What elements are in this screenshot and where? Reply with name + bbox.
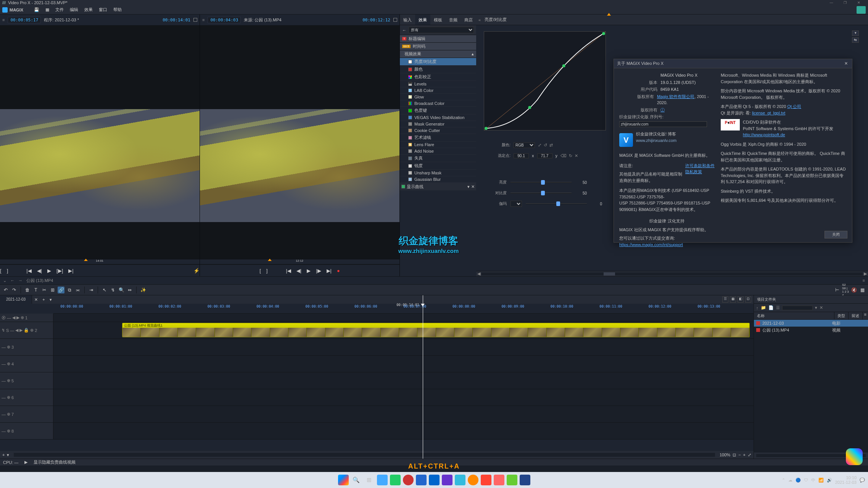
chain-icon[interactable]: ⧉ bbox=[66, 287, 73, 293]
menu-window[interactable]: 窗口 bbox=[99, 7, 107, 13]
grid-icon[interactable]: ▦ bbox=[45, 7, 49, 12]
curve-editor[interactable] bbox=[484, 31, 606, 130]
terms-link[interactable]: 许可条款和条件 bbox=[685, 163, 715, 168]
goto-end-icon[interactable]: ▶| bbox=[327, 268, 332, 274]
serial-input[interactable] bbox=[619, 121, 707, 127]
fx-item-noise[interactable]: Add Noise bbox=[400, 148, 476, 155]
start-icon[interactable] bbox=[338, 475, 349, 485]
cut-icon[interactable]: ✂ bbox=[41, 287, 48, 293]
point-link[interactable]: http://www.pointsoft.de bbox=[743, 132, 785, 137]
goto-start-icon[interactable]: |◀ bbox=[26, 268, 31, 274]
program-ruler[interactable]: 14:01 bbox=[0, 259, 200, 264]
loop-icon[interactable]: ⚡ bbox=[193, 268, 200, 274]
back-icon[interactable]: ← bbox=[402, 28, 406, 32]
support-link[interactable]: https://www.magix.com/int/support bbox=[619, 242, 683, 247]
magix-link[interactable]: Magix 软件有限公司 bbox=[657, 94, 694, 99]
play-icon[interactable]: ▶ bbox=[307, 268, 311, 274]
header-timecode[interactable]: 00:5时间码 bbox=[400, 43, 476, 50]
tray-notifications-icon[interactable]: 💬 bbox=[860, 478, 865, 483]
play-range-icon[interactable]: [▶] bbox=[56, 268, 63, 274]
fx-item-art[interactable]: 艺术滤镜 bbox=[400, 134, 476, 142]
track-header-7[interactable]: —⊕7 bbox=[0, 406, 53, 422]
curve-swap-icon[interactable]: ⇄ bbox=[549, 143, 553, 148]
step-fwd-icon[interactable]: |▶ bbox=[316, 268, 321, 274]
app-icon-5[interactable] bbox=[429, 475, 440, 485]
tray-icon-3[interactable]: 🛡 bbox=[804, 478, 808, 482]
in-marker-icon[interactable] bbox=[268, 259, 272, 261]
view-detail-icon[interactable]: ◧ bbox=[738, 296, 744, 303]
snap-icon[interactable]: ⊢ bbox=[834, 287, 841, 293]
track-header-1[interactable]: ⦿—◀▶⊕1 bbox=[0, 314, 53, 322]
crumb-expand-icon[interactable]: ⌄ bbox=[3, 278, 6, 283]
step-back-icon[interactable]: ◀| bbox=[37, 268, 42, 274]
collapse-icon[interactable]: « bbox=[478, 18, 481, 22]
media-new-icon[interactable]: 📄 bbox=[768, 305, 774, 310]
tray-expand-icon[interactable]: ⌃ bbox=[782, 478, 785, 483]
curve-preset-icon[interactable]: ▾ bbox=[852, 31, 859, 36]
track-header-2[interactable]: ↯S—◀▶🔒⊕2 bbox=[0, 322, 53, 338]
col-name[interactable]: 名称 bbox=[754, 312, 834, 319]
qt-license-link[interactable]: license_qt_lgpl.txt bbox=[752, 111, 785, 115]
tab-audio[interactable]: 音频 bbox=[446, 14, 461, 25]
source-tc-in[interactable]: 00:00:04:03 bbox=[208, 17, 241, 23]
range-icon[interactable]: ⇥ bbox=[88, 287, 95, 293]
tray-volume-icon[interactable]: 🔊 bbox=[827, 478, 832, 483]
tray-clock[interactable]: 10:102021-12-03 bbox=[835, 475, 857, 485]
video-clip[interactable]: 公园 (13).MP4 视觉曲线1 bbox=[122, 323, 750, 337]
brightness-slider[interactable] bbox=[510, 182, 572, 183]
playhead[interactable] bbox=[423, 295, 423, 459]
fx-item-color-correct[interactable]: 色彩校正 bbox=[400, 73, 476, 81]
point-del-icon[interactable]: ⌫ bbox=[560, 153, 567, 158]
menu-edit[interactable]: 编辑 bbox=[70, 7, 78, 13]
mark-in-icon[interactable]: [ bbox=[0, 268, 2, 274]
search-icon[interactable]: 🔍 bbox=[351, 475, 362, 485]
app-icon-10[interactable] bbox=[494, 475, 504, 485]
app-icon-active[interactable] bbox=[520, 475, 530, 485]
tab-close-icon[interactable]: ✕ bbox=[32, 297, 40, 302]
fx-item-chroma[interactable]: 色度键 bbox=[400, 107, 476, 114]
col-desc[interactable]: 留述 bbox=[849, 312, 863, 319]
app-accent-button[interactable] bbox=[857, 6, 866, 14]
fx-more-icon[interactable]: ▾ bbox=[467, 184, 470, 189]
zoom-in-icon[interactable]: + bbox=[743, 453, 746, 457]
monitor-menu-icon[interactable]: ≡ bbox=[2, 18, 5, 22]
mark-in-icon[interactable]: [ bbox=[259, 268, 261, 274]
privacy-link[interactable]: 隐私政策 bbox=[685, 169, 702, 174]
fx-item-mask[interactable]: Mask Generator bbox=[400, 121, 476, 127]
fx-item-lab[interactable]: LAB Color bbox=[400, 87, 476, 94]
group-icon[interactable]: ⊞ bbox=[49, 287, 56, 293]
media-more-icon[interactable]: ▾ bbox=[815, 305, 817, 310]
gamma-select[interactable] bbox=[510, 201, 522, 207]
media-list-icon[interactable]: ☰ bbox=[776, 305, 780, 310]
close-icon[interactable]: ✕ bbox=[852, 1, 866, 5]
play-icon[interactable]: ▶ bbox=[47, 268, 51, 274]
app-icon-2[interactable] bbox=[390, 475, 401, 485]
col-menu-icon[interactable]: ≡ bbox=[863, 312, 868, 319]
crumb-fwd-icon[interactable]: → bbox=[18, 278, 23, 283]
app-icon-11[interactable] bbox=[507, 475, 517, 485]
header-video-fx[interactable]: 视频效果▴ bbox=[400, 50, 476, 58]
app-icon-4[interactable] bbox=[416, 475, 427, 485]
track-header-8[interactable]: —⊕8 bbox=[0, 423, 53, 439]
fx-item-distort[interactable]: 失真 bbox=[400, 155, 476, 162]
panel-icon[interactable]: ▦ bbox=[859, 287, 866, 293]
source-square-icon[interactable] bbox=[393, 18, 397, 22]
goto-end-icon[interactable]: ▶| bbox=[68, 268, 73, 274]
header-title-edit[interactable]: T标题编辑 bbox=[400, 35, 476, 43]
media-row-folder[interactable]: 2021-12-03 电影 bbox=[754, 320, 868, 327]
unlink-icon[interactable]: ⫘ bbox=[74, 287, 81, 293]
app-icon-8[interactable] bbox=[468, 475, 478, 485]
track-header-3[interactable]: —⊕3 bbox=[0, 339, 53, 355]
save-icon[interactable]: 💾 bbox=[34, 7, 39, 12]
track-header-4[interactable]: —⊕4 bbox=[0, 356, 53, 372]
mute-icon[interactable]: 🔇 bbox=[850, 287, 857, 293]
media-close-icon[interactable]: ✕ bbox=[820, 305, 823, 310]
program-square-icon[interactable] bbox=[193, 18, 197, 22]
copyright-link[interactable]: ⓘ bbox=[660, 107, 665, 113]
fx-item-brightness[interactable]: 亮度/对比度 bbox=[400, 58, 476, 66]
app-icon-9[interactable] bbox=[481, 475, 491, 485]
fx-item-glow[interactable]: Glow bbox=[400, 94, 476, 100]
link-icon[interactable]: 🔗 bbox=[58, 287, 64, 293]
in-marker-icon[interactable] bbox=[84, 259, 88, 261]
show-curve-check[interactable] bbox=[401, 185, 405, 188]
